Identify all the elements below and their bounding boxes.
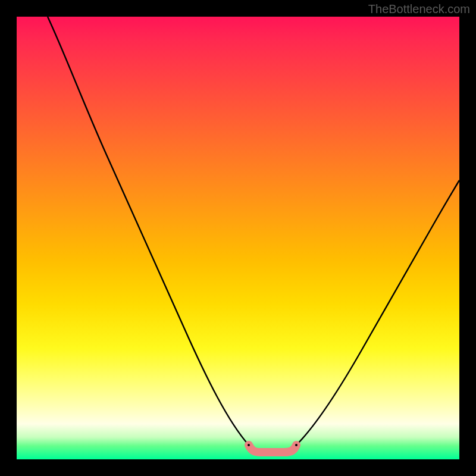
chart-plot-area [17, 17, 459, 459]
watermark-text: TheBottleneck.com [368, 2, 470, 16]
salmon-marker [249, 445, 296, 452]
left-curve [48, 17, 249, 445]
right-curve [296, 180, 459, 445]
left-curve-end [248, 444, 250, 446]
right-curve-end [295, 444, 298, 446]
chart-curves [17, 17, 459, 459]
